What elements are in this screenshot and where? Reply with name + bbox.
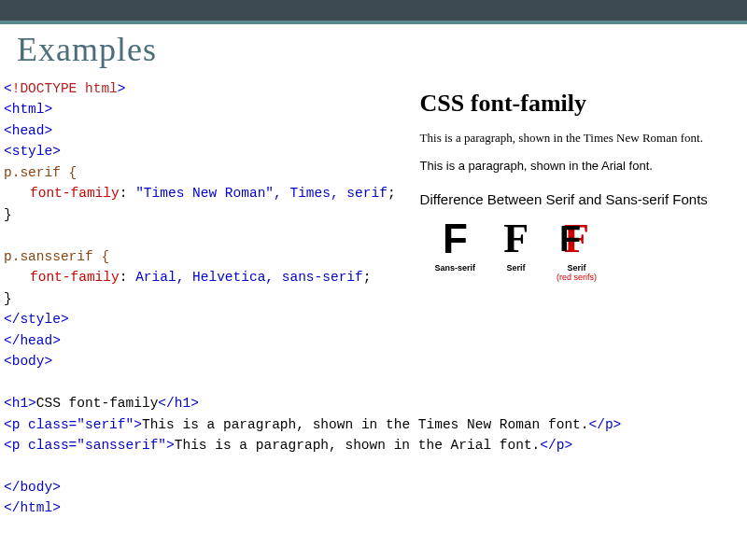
font-comparison-row: F Sans-serif F Serif FF Serif(red serifs… [420, 218, 743, 282]
h1-text: CSS font-family [36, 396, 159, 411]
page-title: Examples [0, 24, 747, 78]
difference-title: Difference Between Serif and Sans-serif … [420, 191, 743, 207]
letter-serif-red: FF [557, 218, 597, 259]
label-sans: Sans-serif [435, 263, 476, 273]
selector-sansserif: p.sansserif { [4, 249, 109, 264]
rendered-paragraph-serif: This is a paragraph, shown in the Times … [420, 131, 743, 146]
val-font-family-2: Arial, Helvetica, sans-serif [135, 270, 363, 285]
rendered-column: CSS font-family This is a paragraph, sho… [411, 78, 743, 519]
letter-serif: F [503, 218, 529, 259]
close-brace-1: } [4, 207, 12, 222]
doctype-text: !DOCTYPE html [12, 81, 118, 96]
serif-sample: F Serif [503, 218, 529, 282]
tag-p2-open: <p class="sansserif"> [4, 438, 175, 453]
prop-font-family-1: font-family [30, 186, 120, 201]
serif-red-sample: FF Serif(red serifs) [557, 218, 597, 282]
tag-html-close: </html> [4, 500, 61, 515]
header-bar [0, 0, 747, 24]
sans-serif-sample: F Sans-serif [435, 218, 476, 282]
tag-head-open: <head> [4, 123, 52, 138]
val-font-family-1: "Times New Roman", Times, serif [135, 186, 388, 201]
tag-body-close: </body> [4, 480, 61, 495]
tag-h1-open: <h1> [4, 396, 36, 411]
letter-sans: F [435, 218, 476, 259]
rendered-heading: CSS font-family [420, 90, 743, 118]
tag-style-open: <style> [4, 144, 61, 159]
selector-serif: p.serif { [4, 165, 77, 180]
tag-body-open: <body> [4, 354, 52, 369]
tag-h1-close: </h1> [158, 396, 199, 411]
label-serif: Serif [503, 263, 529, 273]
label-serif-red: Serif(red serifs) [557, 263, 597, 282]
close-brace-2: } [4, 291, 12, 306]
rendered-paragraph-sans: This is a paragraph, shown in the Arial … [420, 159, 743, 173]
tag-p1-open: <p class="serif"> [4, 417, 142, 432]
code-column: <!DOCTYPE html> <html> <head> <style> p.… [4, 78, 411, 519]
tag-head-close: </head> [4, 333, 61, 348]
tag-html-open: <html> [4, 102, 52, 117]
tag-style-close: </style> [4, 312, 69, 327]
content-area: <!DOCTYPE html> <html> <head> <style> p.… [0, 78, 747, 519]
prop-font-family-2: font-family [30, 270, 120, 285]
code-block: <!DOCTYPE html> <html> <head> <style> p.… [4, 78, 411, 519]
